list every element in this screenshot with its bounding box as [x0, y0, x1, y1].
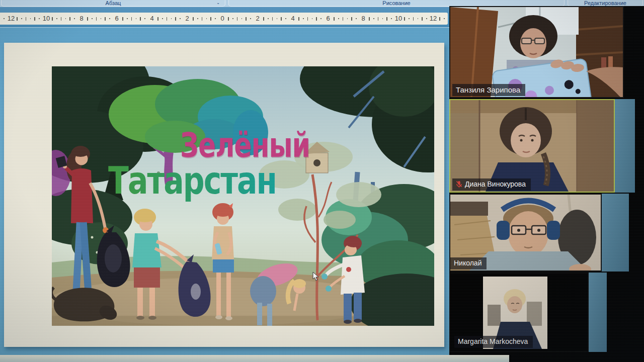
webcam-video: [450, 100, 614, 192]
video-panel: Танзиля Зарипова: [449, 6, 644, 362]
ruler-number: 8: [78, 13, 85, 25]
mic-off-icon: [456, 180, 462, 188]
ruler-number: 6: [325, 13, 331, 25]
ruler-number: 6: [113, 13, 120, 25]
ruler-number: 4: [148, 13, 155, 25]
screen: Абзац ⌄ Рисование Редактирование 12 10 8…: [0, 0, 644, 362]
ruler-number: 10: [41, 13, 51, 25]
ribbon-group-paragraph[interactable]: Абзац ⌄: [1, 0, 225, 7]
ruler-number: 10: [393, 13, 404, 25]
participant-name: Margarita Markocheva: [458, 337, 528, 346]
screen-edge-wedge: [602, 194, 629, 272]
ribbon-group-drawing-label: Рисование: [229, 0, 564, 6]
teal-glove: [321, 274, 328, 280]
illustration-title-line2: Татарстан: [108, 158, 276, 203]
ruler-number: 12: [428, 13, 438, 25]
slide-illustration[interactable]: Зелёный Татарстан: [52, 66, 434, 326]
document-page[interactable]: Зелёный Татарстан: [4, 43, 444, 347]
ruler-number: 2: [184, 13, 190, 25]
participant-name: Танзиля Зарипова: [456, 85, 520, 94]
participant-video-margarita[interactable]: Margarita Markocheva: [449, 273, 589, 352]
ruler-number: 12: [6, 13, 16, 25]
ruler-number: 2: [254, 13, 261, 25]
chevron-down-icon[interactable]: ⌄: [216, 0, 220, 6]
ribbon-group-editing-label: Редактирование: [568, 0, 642, 6]
ruler-number: 8: [360, 13, 366, 25]
participant-video-tanzilya[interactable]: Танзиля Зарипова: [449, 6, 624, 98]
participant-name: Диана Винокурова: [465, 180, 526, 189]
screen-edge-wedge: [589, 273, 607, 352]
screen-edge-wedge: [615, 99, 635, 193]
ruler-number: 4: [289, 13, 296, 25]
horizontal-ruler[interactable]: 12 10 8 6 4 2 0 2 4 6 8 10 12: [0, 13, 448, 25]
participant-video-nikolay[interactable]: Николай: [449, 194, 602, 272]
participant-name-tag: Margarita Markocheva: [454, 336, 533, 348]
mouse-cursor: [312, 272, 319, 282]
participant-video-diana[interactable]: Диана Винокурова: [449, 99, 615, 193]
monitor-bezel: [0, 355, 509, 362]
ribbon-group-paragraph-label: Абзац: [2, 0, 225, 6]
ruler-number: 0: [219, 13, 225, 25]
participant-name: Николай: [454, 259, 481, 267]
participant-name-tag: Диана Винокурова: [452, 178, 531, 191]
participant-name-tag: Танзиля Зарипова: [452, 84, 525, 96]
participant-name-tag: Николай: [450, 257, 487, 269]
